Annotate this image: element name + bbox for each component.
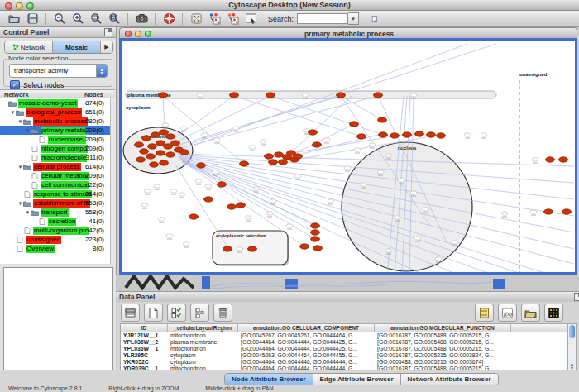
tab-node-attribute-browser[interactable]: Node Attribute Browser [225,374,313,385]
network-node-selected[interactable] [135,142,144,147]
network-node-unselected[interactable] [294,174,301,178]
network-node-selected[interactable] [240,161,249,166]
network-node-selected[interactable] [230,93,239,98]
network-node-selected[interactable] [562,209,572,214]
table-scrollbar-arrows[interactable]: ▲▼ [568,362,576,370]
network-node-unselected[interactable] [464,133,471,136]
table-row-YLR295C[interactable]: YLR295Ccytoplasm[GO:0045263, GO:0044464,… [121,352,568,359]
network-node-unselected[interactable] [394,216,400,219]
combobox-stepper-icon[interactable]: ▲▼ [96,65,107,77]
network-node-selected[interactable] [311,223,320,228]
network-node-selected[interactable] [544,209,553,214]
network-node-unselected[interactable] [302,93,309,97]
network-node-selected[interactable] [279,160,288,165]
tree-row-response-to-stimulu[interactable]: response to stimulu264(0) [0,189,110,198]
network-node-selected[interactable] [189,214,199,219]
new-doc-button[interactable] [144,304,163,322]
network-node-selected[interactable] [218,182,227,187]
tree-row-metabolic-process[interactable]: ▼ metabolic process280(0) [0,117,110,126]
network-node-unselected[interactable] [213,138,220,141]
network-node-unselected[interactable] [232,127,239,130]
column-header[interactable] [511,324,568,332]
network-node-selected[interactable] [160,130,169,135]
network-node-unselected[interactable] [344,166,351,170]
network-node-selected[interactable] [350,122,359,127]
network-node-unselected[interactable] [212,170,218,174]
network-node-selected[interactable] [227,204,237,209]
network-node-selected[interactable] [237,203,246,208]
network-node-selected[interactable] [337,93,346,98]
network-node-unselected[interactable] [532,158,538,161]
network-node-unselected[interactable] [249,146,256,149]
network-node-unselected[interactable] [361,183,367,186]
network-node-unselected[interactable] [266,212,273,215]
network-canvas[interactable]: plasma membranecytoplasmmitochondrionnuc… [122,41,575,272]
network-node-selected[interactable] [151,132,160,137]
network-node-selected[interactable] [313,142,322,147]
network-node-unselected[interactable] [328,199,334,203]
tree-row-cell-communicat[interactable]: cell communicat22(0) [0,180,110,189]
column-header[interactable]: annotation.GO MOLECULAR_FUNCTION [375,324,511,332]
expand-arrow-icon[interactable]: ▼ [25,128,31,133]
save-button[interactable] [23,12,41,26]
table-row-YPL036W__1[interactable]: YPL036W__1mitochondrion[GO:0044464, GO:0… [121,346,568,352]
zoom-selected-button[interactable] [105,12,123,26]
tree-row-secretion[interactable]: secretion41(0) [0,217,110,226]
layout-button[interactable] [187,12,205,26]
network-node-selected[interactable] [166,134,175,139]
network-node-selected[interactable] [166,152,175,157]
network-node-selected[interactable] [156,141,165,146]
network-node-selected[interactable] [378,117,387,122]
import-table-button[interactable] [521,304,540,322]
network-node-unselected[interactable] [369,143,376,146]
network-node-unselected[interactable] [323,138,330,141]
network-node-selected[interactable] [437,133,446,138]
network-node-selected[interactable] [171,141,180,146]
network-node-unselected[interactable] [166,234,173,237]
table-scrollbar-thumb[interactable] [569,325,575,338]
network-node-unselected[interactable] [180,127,187,130]
column-header[interactable]: ID [121,324,168,332]
attribute-matrix-button[interactable] [544,304,563,322]
network-node-selected[interactable] [415,131,424,136]
vizmapper-button[interactable] [205,12,223,26]
network-node-unselected[interactable] [481,133,487,136]
network-node-selected[interactable] [287,151,296,155]
select-attributes-button[interactable] [167,304,186,322]
network-node-selected[interactable] [142,136,151,141]
network-node-unselected[interactable] [162,123,169,127]
tab-mosaic[interactable]: Mosaic [53,41,101,53]
network-node-unselected[interactable] [179,193,185,196]
network-node-unselected[interactable] [270,199,276,203]
column-header[interactable]: annotation.GO CELLULAR_COMPONENT [238,324,375,332]
network-node-selected[interactable] [546,157,555,162]
network-node-unselected[interactable] [398,179,404,182]
network-node-selected[interactable] [559,157,568,162]
tab-edge-attribute-browser[interactable]: Edge Attribute Browser [313,374,401,385]
network-node-selected[interactable] [150,162,159,167]
table-row-YKR052C[interactable]: YKR052Ccytoplasm[GO:0044464, GO:0044446,… [121,359,568,366]
network-node-unselected[interactable] [141,203,148,207]
tree-row-establishment-of-lo[interactable]: ▼ establishment of lo558(0) [0,198,110,208]
network-node-unselected[interactable] [158,218,165,221]
network-node-selected[interactable] [223,246,232,251]
tree-row-unassigned[interactable]: unassigned223(0) [0,235,110,244]
network-node-selected[interactable] [136,157,146,162]
network-node-unselected[interactable] [201,133,208,136]
network-node-unselected[interactable] [385,154,392,157]
network-node-unselected[interactable] [154,184,160,188]
column-header[interactable]: _cellularLayoutRegion [168,324,238,332]
tab-network-attribute-browser[interactable]: Network Attribute Browser [401,374,498,385]
network-node-unselected[interactable] [286,224,293,227]
network-node-selected[interactable] [311,230,320,235]
network-node-selected[interactable] [311,237,320,241]
snapshot-button[interactable] [132,12,151,26]
network-node-unselected[interactable] [170,189,177,193]
network-node-selected[interactable] [275,152,284,157]
network-node-unselected[interactable] [414,237,421,240]
help-button[interactable] [160,12,178,26]
network-node-selected[interactable] [403,132,412,137]
network-node-unselected[interactable] [501,212,508,215]
network-node-unselected[interactable] [144,189,151,193]
tab-network[interactable]: Network [5,41,53,53]
